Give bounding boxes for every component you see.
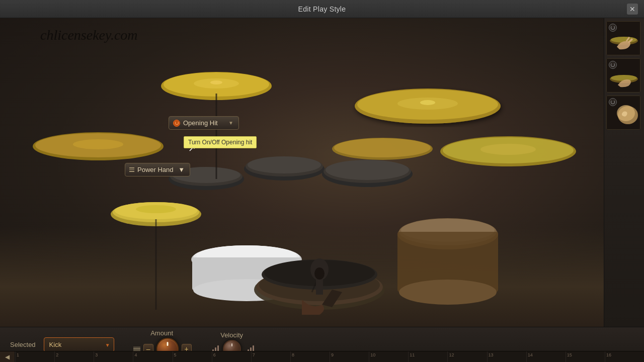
timeline-bar: ◀ 1 2 3 4 5 6 7 8 9 10 11 12 13 14 15 16 [0,351,644,362]
svg-point-21 [248,156,321,173]
opening-hit-button[interactable]: Opening Hit ▼ [169,116,239,130]
grip-icon [129,167,134,172]
power-hand-button[interactable]: Power Hand ▼ [125,163,190,176]
drum-kit-visual [0,18,644,327]
svg-point-43 [136,205,176,213]
drum-svg [0,18,604,327]
selected-dropdown[interactable]: Kick Snare Hi-Hat Crash Ride Tom 1 Tom 2… [44,337,114,352]
ruler-mark-2[interactable]: 2 [54,351,94,362]
opening-hit-label: Opening Hit [183,119,218,127]
dialog-title: Edit Play Style [298,5,346,13]
right-panel [604,18,644,327]
svg-point-29 [399,280,497,305]
amount-settings-icon[interactable] [133,347,140,351]
ruler-mark-1[interactable]: 1 [15,351,54,362]
ruler-mark-14[interactable]: 14 [526,351,566,362]
ruler-mark-5[interactable]: 5 [173,351,212,362]
ruler-mark-12[interactable]: 12 [447,351,487,362]
ruler-mark-9[interactable]: 9 [330,351,369,362]
velocity-label: Velocity [220,331,243,339]
app-container: Edit Play Style ✕ chlicensekey.com [0,0,644,362]
ruler-mark-7[interactable]: 7 [251,351,290,362]
svg-point-13 [480,144,536,155]
selected-wrapper: Kick Snare Hi-Hat Crash Ride Tom 1 Tom 2… [44,337,114,352]
timeline-back-button[interactable]: ◀ [0,351,15,362]
selected-label: Selected [10,341,36,348]
thumbnail-3[interactable] [606,96,640,130]
ruler-mark-11[interactable]: 11 [408,351,447,362]
thumbnail-2[interactable] [606,58,640,93]
thumb-power-btn-2[interactable] [609,61,617,69]
opening-hit-arrow-icon[interactable]: ▼ [228,120,233,126]
thumb-power-btn-1[interactable] [609,24,617,32]
amount-label: Amount [150,329,173,337]
ruler-mark-3[interactable]: 3 [94,351,133,362]
timeline-ruler: 1 2 3 4 5 6 7 8 9 10 11 12 13 14 15 16 [15,351,644,362]
svg-point-3 [420,100,435,105]
power-hand-arrow-icon[interactable]: ▼ [178,166,185,173]
svg-point-24 [326,160,409,180]
svg-point-10 [210,80,222,84]
ruler-mark-13[interactable]: 13 [487,351,526,362]
ruler-mark-10[interactable]: 10 [369,351,408,362]
thumbnail-1[interactable] [606,21,640,55]
power-hand-label: Power Hand [137,166,174,173]
ruler-marks: 1 2 3 4 5 6 7 8 9 10 11 12 13 14 15 16 [15,351,644,362]
ruler-mark-4[interactable]: 4 [133,351,172,362]
ruler-mark-8[interactable]: 8 [290,351,330,362]
ruler-mark-15[interactable]: 15 [566,351,605,362]
drum-area: chlicensekey.com [0,18,644,327]
opening-hit-power-icon[interactable] [173,120,180,127]
svg-point-15 [334,138,431,157]
svg-point-6 [73,139,123,149]
opening-hit-tooltip: Turn On/Off Opening hit [184,136,257,148]
thumb-power-btn-3[interactable] [609,98,617,106]
title-bar: Edit Play Style ✕ [0,0,644,18]
close-button[interactable]: ✕ [627,4,638,15]
ruler-mark-16[interactable]: 16 [605,351,644,362]
ruler-mark-6[interactable]: 6 [212,351,251,362]
svg-point-49 [314,267,325,280]
